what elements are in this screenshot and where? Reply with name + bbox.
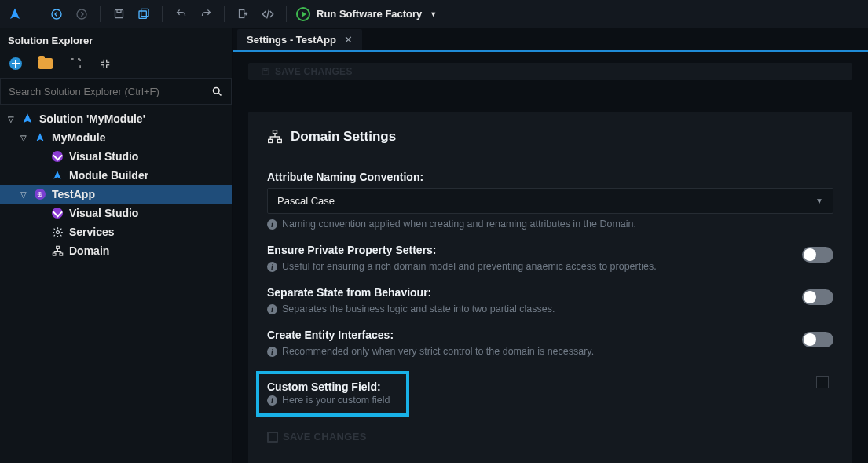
highlight-box: Custom Setting Field: i Here is your cus…	[256, 371, 409, 417]
add-button[interactable]	[8, 56, 24, 72]
custom-setting-checkbox[interactable]	[816, 376, 829, 388]
tree-visual-studio-node[interactable]: Visual Studio	[0, 147, 232, 166]
module-icon	[33, 130, 47, 145]
info-icon: i	[267, 395, 277, 406]
solution-icon	[20, 112, 35, 126]
ghost-save-label: SAVE CHANGES	[275, 66, 353, 77]
svg-rect-9	[56, 246, 59, 248]
save-icon	[267, 432, 278, 443]
code-icon[interactable]	[256, 3, 280, 25]
open-folder-button[interactable]	[38, 56, 53, 72]
tree-module-node[interactable]: ▽ MyModule	[0, 128, 232, 147]
visual-studio-icon	[50, 206, 64, 220]
svg-rect-3	[117, 10, 121, 13]
svg-point-1	[77, 9, 86, 19]
field-hint: i Separates the business logic and state…	[267, 303, 833, 314]
tree-domain-node[interactable]: Domain	[0, 241, 232, 260]
nav-forward-button[interactable]	[70, 3, 93, 25]
field-hint: i Here is your custom field	[267, 395, 398, 406]
private-setters-toggle[interactable]	[802, 247, 833, 263]
svg-rect-4	[139, 11, 146, 18]
solution-explorer-panel: Solution Explorer ⛶ ▽ Solution 'MyModule…	[0, 28, 233, 463]
separate-state-field: Separate State from Behaviour: i Separat…	[267, 286, 833, 314]
separate-state-toggle[interactable]	[802, 289, 833, 305]
play-icon	[296, 7, 310, 21]
search-bar	[0, 78, 232, 105]
info-icon: i	[267, 347, 277, 357]
entity-interfaces-field: Create Entity Interfaces: i Recommended …	[267, 329, 833, 357]
svg-rect-13	[264, 68, 267, 71]
caret-icon: ▽	[19, 134, 28, 142]
tree-label: Visual Studio	[69, 207, 138, 219]
tree-visual-studio-node[interactable]: Visual Studio	[0, 204, 232, 222]
field-hint: i Recommended only when very strict cont…	[267, 346, 833, 357]
field-label: Attribute Naming Convention:	[267, 171, 833, 183]
run-software-factory-button[interactable]: Run Software Factory ▼	[296, 7, 437, 21]
field-hint: i Useful for ensuring a rich domain mode…	[267, 261, 833, 272]
tree-label: Module Builder	[69, 169, 148, 182]
info-icon: i	[267, 304, 277, 314]
svg-rect-14	[273, 130, 277, 134]
tree-services-node[interactable]: Services	[0, 222, 232, 241]
svg-rect-5	[141, 9, 148, 16]
svg-rect-2	[115, 10, 123, 18]
tree-label: Visual Studio	[69, 150, 138, 163]
ghost-save-banner: SAVE CHANGES	[248, 63, 852, 80]
tree-label: Domain	[69, 244, 109, 257]
tree-module-builder-node[interactable]: Module Builder	[0, 166, 232, 185]
gear-icon	[50, 225, 64, 239]
svg-rect-10	[53, 253, 56, 255]
svg-rect-12	[262, 68, 269, 75]
chevron-down-icon: ▼	[430, 10, 437, 18]
close-icon[interactable]: ✕	[344, 34, 353, 46]
undo-icon[interactable]	[169, 3, 192, 25]
hint-text: Useful for ensuring a rich domain model …	[282, 261, 657, 272]
module-builder-icon	[50, 168, 64, 182]
export-icon[interactable]	[231, 3, 255, 25]
collapse-all-button[interactable]	[97, 56, 113, 72]
field-label: Custom Setting Field:	[267, 380, 398, 393]
field-label: Ensure Private Property Setters:	[267, 244, 833, 256]
search-input[interactable]	[1, 79, 203, 104]
app-logo	[6, 6, 24, 23]
save-changes-button[interactable]: SAVE CHANGES	[267, 431, 833, 443]
select-value: Pascal Case	[277, 195, 335, 207]
save-icon[interactable]	[107, 3, 130, 25]
svg-rect-15	[269, 139, 273, 142]
svg-point-8	[56, 230, 59, 233]
tab-settings[interactable]: Settings - TestApp ✕	[237, 29, 362, 50]
attribute-naming-select[interactable]: Pascal Case ▼	[267, 188, 833, 214]
toolbar-separator	[100, 6, 101, 22]
info-icon: i	[267, 262, 277, 272]
save-all-icon[interactable]	[132, 3, 156, 25]
redo-icon[interactable]	[194, 3, 218, 25]
toolbar-separator	[162, 6, 163, 22]
tab-label: Settings - TestApp	[247, 34, 336, 46]
section-title: Domain Settings	[267, 129, 833, 156]
caret-icon: ▽	[19, 190, 28, 199]
hint-text: Naming convention applied when creating …	[282, 219, 636, 230]
field-label: Create Entity Interfaces:	[267, 329, 833, 341]
field-label: Separate State from Behaviour:	[267, 286, 833, 299]
custom-setting-field: Custom Setting Field: i Here is your cus…	[267, 371, 833, 417]
private-setters-field: Ensure Private Property Setters: i Usefu…	[267, 244, 833, 272]
tree-testapp-node[interactable]: ▽ ⊕ TestApp	[0, 185, 232, 204]
top-toolbar: Run Software Factory ▼	[0, 0, 868, 28]
hint-text: Recommended only when very strict contro…	[282, 346, 594, 357]
tree-solution-node[interactable]: ▽ Solution 'MyModule'	[0, 109, 232, 128]
info-icon: i	[267, 219, 277, 230]
toolbar-separator	[286, 6, 287, 22]
search-button[interactable]	[203, 79, 231, 104]
svg-rect-11	[60, 253, 63, 255]
toolbar-separator	[224, 6, 225, 22]
nav-back-button[interactable]	[45, 3, 68, 25]
toolbar-separator	[38, 6, 38, 22]
section-title-text: Domain Settings	[291, 129, 396, 145]
domain-settings-card: Domain Settings Attribute Naming Convent…	[248, 112, 852, 463]
entity-interfaces-toggle[interactable]	[802, 332, 833, 347]
expand-all-button[interactable]: ⛶	[68, 56, 83, 72]
run-label: Run Software Factory	[317, 8, 422, 20]
tab-bar: Settings - TestApp ✕	[233, 28, 868, 52]
svg-point-0	[52, 9, 61, 19]
hint-text: Here is your custom field	[282, 395, 390, 406]
